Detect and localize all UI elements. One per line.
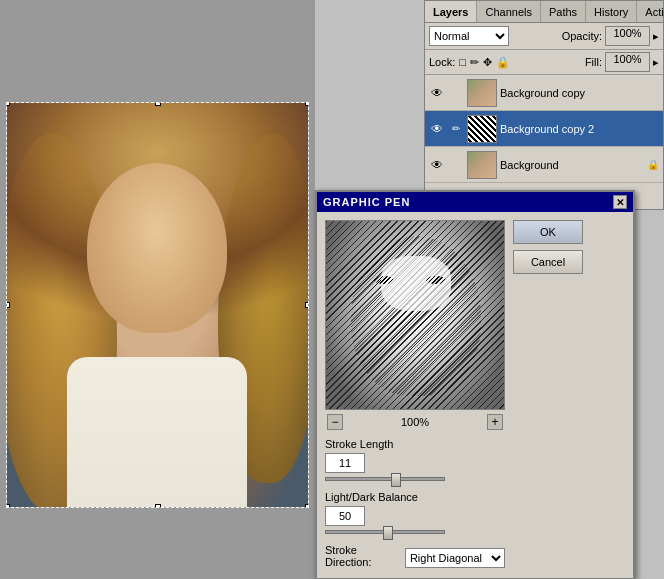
stroke-length-thumb[interactable] bbox=[391, 473, 401, 487]
stroke-length-row: Stroke Length 11 bbox=[325, 438, 505, 481]
layers-panel: Layers Channels Paths History Actions No… bbox=[424, 0, 664, 210]
dialog-body: − 100% + Stroke Length 11 Light/Dark Bal… bbox=[317, 212, 633, 578]
light-dark-slider[interactable] bbox=[325, 530, 445, 534]
opacity-label: Opacity: bbox=[562, 30, 602, 42]
graphic-pen-dialog: GRAPHIC PEN ✕ − 100% + bbox=[315, 190, 635, 579]
light-dark-label: Light/Dark Balance bbox=[325, 491, 505, 503]
zoom-in-button[interactable]: + bbox=[487, 414, 503, 430]
stroke-length-value[interactable]: 11 bbox=[325, 453, 365, 473]
layer-brush-bg-copy bbox=[448, 85, 464, 101]
fill-label: Fill: bbox=[585, 56, 602, 68]
layer-thumb-bg-copy bbox=[467, 79, 497, 107]
opacity-arrow[interactable]: ▸ bbox=[653, 30, 659, 43]
layer-thumb-bg-copy2 bbox=[467, 115, 497, 143]
selection-handle-ml[interactable] bbox=[6, 302, 10, 308]
layer-thumb-background bbox=[467, 151, 497, 179]
tab-actions[interactable]: Actions bbox=[637, 1, 664, 22]
light-dark-value[interactable]: 50 bbox=[325, 506, 365, 526]
layer-visibility-bg-copy[interactable]: 👁 bbox=[429, 85, 445, 101]
lock-all-icon[interactable]: 🔒 bbox=[496, 56, 510, 69]
photo-content bbox=[7, 103, 308, 507]
layer-row-bg-copy2[interactable]: 👁 ✏ Background copy 2 bbox=[425, 111, 663, 147]
photo-frame bbox=[6, 102, 309, 508]
selection-handle-tm[interactable] bbox=[155, 102, 161, 106]
light-dark-input-row: 50 bbox=[325, 506, 505, 526]
preview-image bbox=[325, 220, 505, 410]
layer-name-background: Background bbox=[500, 159, 644, 171]
selection-handle-tr[interactable] bbox=[305, 102, 309, 106]
stroke-length-input-row: 11 bbox=[325, 453, 505, 473]
layer-brush-bg-copy2[interactable]: ✏ bbox=[448, 121, 464, 137]
stroke-length-slider[interactable] bbox=[325, 477, 445, 481]
fill-input[interactable]: 100% bbox=[605, 52, 650, 72]
layer-lock-icon-background: 🔒 bbox=[647, 159, 659, 170]
tab-channels[interactable]: Channels bbox=[477, 1, 540, 22]
lock-transparent-icon[interactable]: □ bbox=[459, 56, 466, 68]
stroke-direction-select[interactable]: Right Diagonal Left Diagonal Horizontal … bbox=[405, 548, 505, 568]
layer-visibility-background[interactable]: 👁 bbox=[429, 157, 445, 173]
blend-opacity-row: Normal Opacity: 100% ▸ bbox=[425, 23, 663, 50]
dialog-title: GRAPHIC PEN bbox=[323, 196, 410, 208]
tab-layers[interactable]: Layers bbox=[425, 1, 477, 22]
light-dark-row: Light/Dark Balance 50 bbox=[325, 491, 505, 534]
selection-handle-tl[interactable] bbox=[6, 102, 10, 106]
opacity-section: Opacity: 100% ▸ bbox=[562, 26, 659, 46]
selection-handle-mr[interactable] bbox=[305, 302, 309, 308]
layer-name-bg-copy2: Background copy 2 bbox=[500, 123, 659, 135]
preview-section: − 100% + Stroke Length 11 Light/Dark Bal… bbox=[325, 220, 505, 570]
stroke-length-label: Stroke Length bbox=[325, 438, 505, 450]
selection-handle-br[interactable] bbox=[305, 504, 309, 508]
lock-fill-row: Lock: □ ✏ ✥ 🔒 Fill: 100% ▸ bbox=[425, 50, 663, 75]
cancel-button[interactable]: Cancel bbox=[513, 250, 583, 274]
layers-tab-bar: Layers Channels Paths History Actions bbox=[425, 1, 663, 23]
zoom-percent: 100% bbox=[401, 416, 429, 428]
layer-visibility-bg-copy2[interactable]: 👁 bbox=[429, 121, 445, 137]
layer-name-bg-copy: Background copy bbox=[500, 87, 659, 99]
lock-move-icon[interactable]: ✥ bbox=[483, 56, 492, 69]
selection-handle-bl[interactable] bbox=[6, 504, 10, 508]
light-dark-thumb[interactable] bbox=[383, 526, 393, 540]
layer-row-background[interactable]: 👁 Background 🔒 bbox=[425, 147, 663, 183]
stroke-direction-row: Stroke Direction: Right Diagonal Left Di… bbox=[325, 544, 505, 571]
ok-button[interactable]: OK bbox=[513, 220, 583, 244]
dialog-titlebar: GRAPHIC PEN ✕ bbox=[317, 192, 633, 212]
stroke-direction-label: Stroke Direction: bbox=[325, 544, 399, 568]
lock-brush-icon[interactable]: ✏ bbox=[470, 56, 479, 69]
settings-section: Stroke Length 11 Light/Dark Balance 50 bbox=[325, 438, 505, 571]
zoom-bar: − 100% + bbox=[325, 414, 505, 430]
tab-paths[interactable]: Paths bbox=[541, 1, 586, 22]
fill-arrow[interactable]: ▸ bbox=[653, 56, 659, 69]
dialog-close-button[interactable]: ✕ bbox=[613, 195, 627, 209]
dialog-buttons: OK Cancel bbox=[513, 220, 625, 570]
layer-row-bg-copy[interactable]: 👁 Background copy bbox=[425, 75, 663, 111]
tab-history[interactable]: History bbox=[586, 1, 637, 22]
selection-handle-bm[interactable] bbox=[155, 504, 161, 508]
lock-label: Lock: bbox=[429, 56, 455, 68]
opacity-input[interactable]: 100% bbox=[605, 26, 650, 46]
layer-brush-background bbox=[448, 157, 464, 173]
zoom-out-button[interactable]: − bbox=[327, 414, 343, 430]
canvas-area bbox=[0, 0, 315, 579]
fill-section: Fill: 100% ▸ bbox=[585, 52, 659, 72]
blend-mode-select[interactable]: Normal bbox=[429, 26, 509, 46]
